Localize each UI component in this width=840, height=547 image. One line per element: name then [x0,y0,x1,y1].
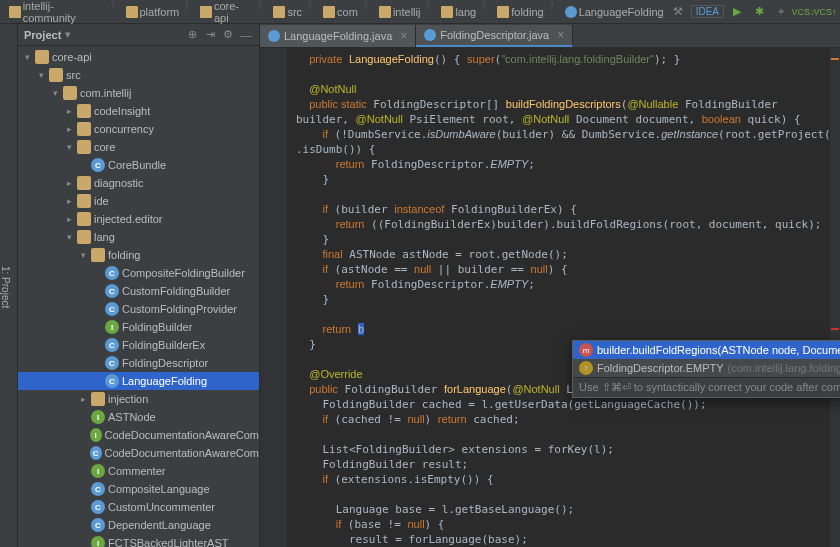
editor-tab[interactable]: FoldingDescriptor.java× [416,25,573,47]
tree-node[interactable]: ▸injected.editor [18,210,259,228]
expand-arrow-icon[interactable]: ▸ [78,394,88,404]
breadcrumb-item[interactable]: LanguageFolding [562,0,667,26]
tree-node[interactable]: ▾src [18,66,259,84]
cls-icon: C [91,500,105,514]
tree-node[interactable]: CCustomUncommenter [18,498,259,516]
run-icon[interactable]: ▶ [728,3,746,21]
breadcrumb-item[interactable]: core-api [197,0,255,26]
tree-node-label: CoreBundle [108,159,166,171]
expand-arrow-icon[interactable]: ▸ [64,124,74,134]
folder-icon [126,6,138,18]
expand-arrow-icon[interactable]: ▸ [64,178,74,188]
completion-item[interactable]: mbuilder.buildFoldRegions(ASTNode node, … [573,341,840,359]
code-content[interactable]: private LanguageFolding() { super("com.i… [288,48,840,547]
completion-item[interactable]: fFoldingDescriptor.EMPTY (com.intellij.l… [573,359,840,377]
tree-node-label: CompositeLanguage [108,483,210,495]
tree-node[interactable]: CDependentLanguage [18,516,259,534]
tree-node[interactable]: IFoldingBuilder [18,318,259,336]
completion-kind-icon: f [579,361,593,375]
run-config-selector[interactable]: IDEA [691,5,724,18]
expand-arrow-icon[interactable]: ▸ [64,214,74,224]
tree-node[interactable]: ▸concurrency [18,120,259,138]
expand-arrow-icon[interactable]: ▾ [50,88,60,98]
tree-node[interactable]: ▾core [18,138,259,156]
tree-node-label: injection [108,393,148,405]
tree-node[interactable]: ▾core-api [18,48,259,66]
tree-node[interactable]: ICommenter [18,462,259,480]
tree-node-label: CodeDocumentationAwareCom [105,429,260,441]
breadcrumb-item[interactable]: com [320,0,361,26]
scroll-from-source-icon[interactable]: ⊕ [185,28,199,42]
cls-icon: C [91,518,105,532]
tree-node[interactable]: CCodeDocumentationAwareCom [18,444,259,462]
tree-node-label: FoldingBuilder [122,321,192,333]
tree-node[interactable]: CCoreBundle [18,156,259,174]
editor-gutter [260,48,288,547]
tree-node[interactable]: IASTNode [18,408,259,426]
vcs-update-icon[interactable]: VCS↓ [794,3,812,21]
project-tool-tab[interactable]: 1: Project [0,24,18,547]
tree-node[interactable]: CLanguageFolding [18,372,259,390]
close-tab-icon[interactable]: × [400,29,407,43]
tree-node[interactable]: CFoldingBuilderEx [18,336,259,354]
expand-arrow-icon[interactable]: ▾ [22,52,32,62]
debug-icon[interactable]: ✱ [750,3,768,21]
breadcrumb-item[interactable]: folding [494,0,546,26]
intf-icon: I [91,464,105,478]
tree-node[interactable]: CCustomFoldingBuilder [18,282,259,300]
gear-icon[interactable]: ⚙ [221,28,235,42]
breadcrumb-item[interactable]: src [270,0,305,26]
folder-icon [379,6,391,18]
tree-node[interactable]: ▸codeInsight [18,102,259,120]
expand-arrow-icon[interactable]: ▸ [64,196,74,206]
tree-node[interactable]: CFoldingDescriptor [18,354,259,372]
expand-arrow-icon[interactable]: ▸ [64,106,74,116]
tree-node[interactable]: ▾lang [18,228,259,246]
search-icon[interactable]: ⌖ [772,3,790,21]
dropdown-icon[interactable]: ▾ [65,28,71,41]
folder-icon [441,6,453,18]
tree-node[interactable]: CCompositeLanguage [18,480,259,498]
folder-icon [35,50,49,64]
expand-arrow-icon[interactable]: ▾ [78,250,88,260]
collapse-icon[interactable]: ⇥ [203,28,217,42]
tree-node[interactable]: CCustomFoldingProvider [18,300,259,318]
expand-arrow-icon[interactable]: ▾ [64,142,74,152]
breadcrumb-item[interactable]: intellij [376,0,424,26]
project-tree[interactable]: ▾core-api▾src▾com.intellij▸codeInsight▸c… [18,46,259,547]
close-tab-icon[interactable]: × [557,28,564,42]
tree-node[interactable]: ▾folding [18,246,259,264]
tree-node-label: CustomUncommenter [108,501,215,513]
pkg-icon [77,176,91,190]
tree-node-label: codeInsight [94,105,150,117]
hide-icon[interactable]: — [239,28,253,42]
tree-node[interactable]: CCompositeFoldingBuilder [18,264,259,282]
cls-icon: C [105,338,119,352]
intf-icon: I [91,410,105,424]
expand-arrow-icon[interactable]: ▾ [36,70,46,80]
editor-tab[interactable]: LanguageFolding.java× [260,25,416,47]
pkg-icon [77,104,91,118]
tree-node-label: diagnostic [94,177,144,189]
completion-popup[interactable]: mbuilder.buildFoldRegions(ASTNode node, … [572,340,840,398]
tree-node[interactable]: IFCTSBackedLighterAST [18,534,259,547]
tree-node[interactable]: ▾com.intellij [18,84,259,102]
tree-node[interactable]: ▸diagnostic [18,174,259,192]
code-editor[interactable]: private LanguageFolding() { super("com.i… [260,48,840,547]
tree-node-label: DependentLanguage [108,519,211,531]
build-icon[interactable]: ⚒ [669,3,687,21]
pkg-icon [91,392,105,406]
tree-node[interactable]: ICodeDocumentationAwareCom [18,426,259,444]
vcs-commit-icon[interactable]: VCS↑ [816,3,834,21]
tree-node[interactable]: ▸ide [18,192,259,210]
breadcrumb-item[interactable]: lang [438,0,479,26]
cls-icon: C [91,158,105,172]
tree-node[interactable]: ▸injection [18,390,259,408]
breadcrumb-item[interactable]: intellij-community [6,0,108,26]
tree-node-label: concurrency [94,123,154,135]
tree-node-label: ide [94,195,109,207]
tree-node-label: lang [94,231,115,243]
breadcrumb-item[interactable]: platform [123,0,183,26]
expand-arrow-icon[interactable]: ▾ [64,232,74,242]
error-stripe[interactable] [830,48,840,547]
